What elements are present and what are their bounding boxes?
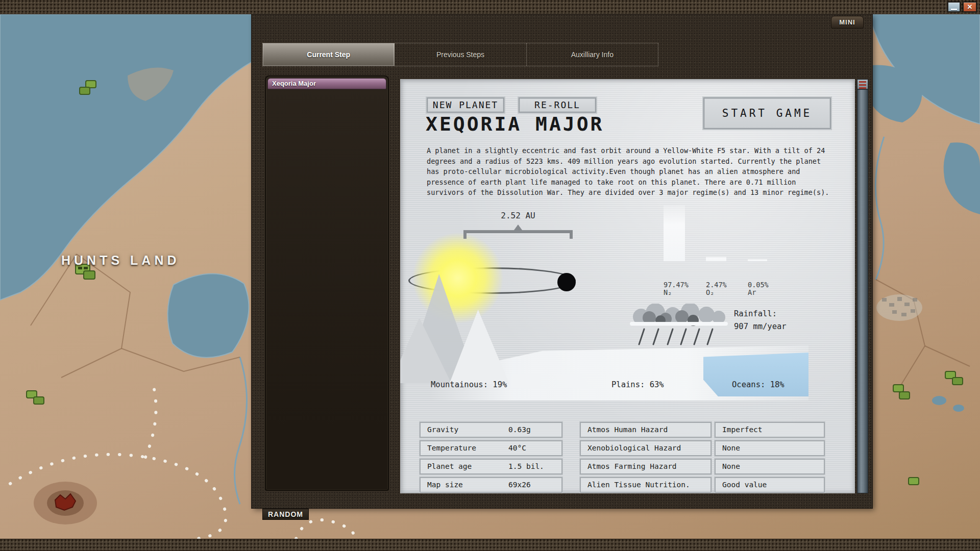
mini-button[interactable]: MINI [831, 16, 864, 29]
river [875, 137, 884, 280]
atmosphere-bar-ar [748, 259, 767, 261]
hazard-label-xenobiological: Xenobiological Hazard [580, 440, 712, 456]
tab-auxilliary-info[interactable]: Auxilliary Info [527, 43, 658, 66]
step-tabs: Current Step Previous Steps Auxilliary I… [262, 43, 658, 66]
mountainous-percent: Mountainous: 19% [431, 380, 507, 389]
oceans-percent: Oceans: 18% [732, 380, 785, 389]
river [234, 357, 247, 504]
planet-icon [557, 273, 576, 291]
stat-row-planet-age: Planet age1.5 bil. [420, 459, 562, 474]
tab-current-step[interactable]: Current Step [263, 43, 395, 66]
sun-icon [412, 232, 504, 324]
sidebar-item-xeqoria-major[interactable]: Xeqoria Major [267, 78, 386, 89]
stat-row-gravity: Gravity0.63g [420, 422, 562, 438]
screen: HUNTS LAND ✕ MINI RANDOM Current Step Pr… [0, 0, 980, 551]
unit-icon [893, 385, 910, 399]
water-right-edge [944, 142, 980, 214]
rain-clouds-icon [629, 304, 731, 347]
tab-previous-steps[interactable]: Previous Steps [395, 43, 526, 66]
hazard-label-atmos-farming: Atmos Farming Hazard [580, 459, 712, 474]
city-ruins [876, 294, 922, 321]
rainfall-value: 907 mm/year [734, 320, 787, 333]
scrollbar[interactable] [857, 79, 868, 493]
reroll-button[interactable]: RE-ROLL [519, 97, 596, 113]
hazard-label-alien-tissue: Alien Tissue Nutrition. [580, 477, 712, 493]
lake [932, 396, 946, 405]
random-button[interactable]: RANDOM [262, 509, 309, 520]
orbit-distance-label: 2.52 AU [463, 211, 573, 220]
map-region-label: HUNTS LAND [61, 253, 180, 268]
hazard-label-atmos-human: Atmos Human Hazard [580, 422, 712, 438]
hazard-value-xenobiological: None [715, 440, 825, 456]
planet-description: A planet in a slightly eccentric and fas… [427, 145, 830, 198]
stat-row-temperature: Temperature40°C [420, 440, 562, 456]
hazard-value-alien-tissue: Good value [715, 477, 825, 493]
atmosphere-bar-n2 [664, 205, 685, 261]
rainfall-label: Rainfall: [734, 308, 787, 320]
rainfall-readout: Rainfall: 907 mm/year [734, 308, 787, 333]
lake [953, 405, 964, 412]
stat-row-map-size: Map size69x26 [420, 477, 562, 493]
atmosphere-bar-o2 [706, 257, 726, 261]
window-bottombar [0, 539, 980, 551]
unit-icon [27, 391, 44, 404]
planet-report-paper: NEW PLANET RE-ROLL START GAME XEQORIA MA… [400, 79, 855, 493]
new-planet-button[interactable]: NEW PLANET [427, 97, 504, 113]
plains-percent: Plains: 63% [611, 380, 664, 389]
planet-list-sidebar: Xeqoria Major [265, 76, 389, 491]
unit-icon [909, 478, 919, 485]
ocean-graphic [703, 353, 808, 396]
close-button[interactable]: ✕ [963, 2, 977, 12]
orbit-distance-bracket [463, 230, 573, 233]
scrollbar-up-button[interactable] [857, 80, 868, 90]
start-game-button[interactable]: START GAME [703, 97, 831, 129]
water-bay [167, 273, 249, 357]
atmosphere-label-ar: 0.05%Ar [748, 266, 773, 312]
hazard-value-atmos-human: Imperfect [715, 422, 825, 438]
window-titlebar: ✕ [0, 0, 980, 14]
minimize-button[interactable] [947, 2, 961, 12]
minimize-icon [951, 9, 957, 10]
hazard-value-atmos-farming: None [715, 459, 825, 474]
unit-icon [945, 371, 963, 385]
planet-name-title: XEQORIA MAJOR [426, 113, 604, 135]
